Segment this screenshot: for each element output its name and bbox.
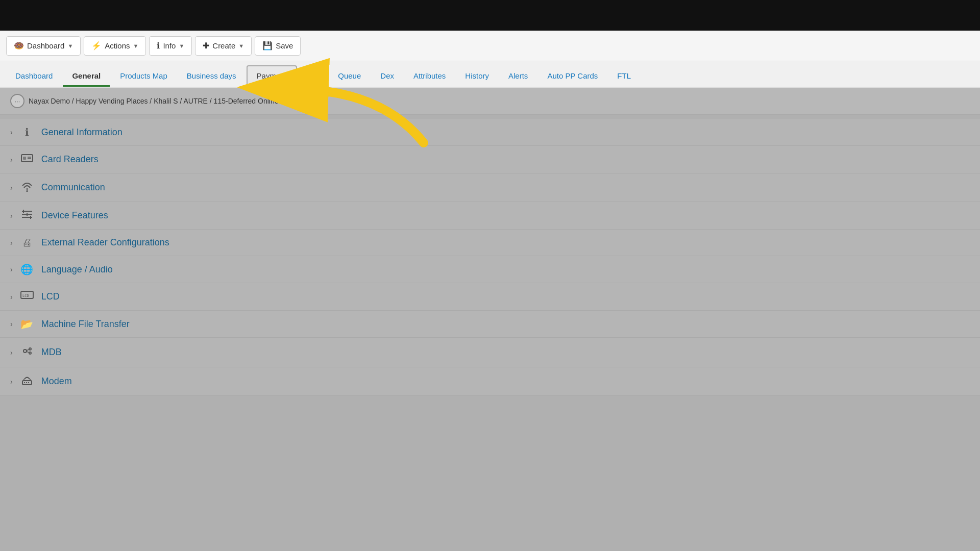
create-label: Create [212,41,235,50]
section-card-readers-label: Card Readers [41,154,99,165]
chevron-icon: › [10,293,13,301]
dashboard-button[interactable]: 🍩 Dashboard ▼ [6,36,81,56]
tab-auto-pp-cards[interactable]: Auto PP Cards [538,66,607,87]
section-mdb[interactable]: › MDB [0,338,980,367]
tab-products-map[interactable]: Products Map [111,66,177,87]
svg-line-18 [27,352,29,353]
tab-k[interactable]: K... [298,66,328,87]
tab-dex[interactable]: Dex [371,66,403,87]
section-mdb-label: MDB [41,347,62,358]
section-general-information[interactable]: › ℹ General Information [0,119,980,146]
tab-history[interactable]: History [456,66,498,87]
info-icon: ℹ [157,41,160,51]
svg-point-14 [23,349,27,353]
card-readers-icon [20,153,34,166]
tab-ftl[interactable]: FTL [608,66,640,87]
dashboard-label: Dashboard [27,41,64,50]
section-communication-label: Communication [41,182,105,193]
section-modem[interactable]: › Modem [0,367,980,396]
tab-business-days[interactable]: Business days [178,66,246,87]
section-list: › ℹ General Information › Card Readers [0,115,980,400]
actions-button[interactable]: ⚡ Actions ▼ [84,36,146,56]
section-general-information-label: General Information [41,127,122,138]
chevron-icon: › [10,378,13,386]
toolbar: 🍩 Dashboard ▼ ⚡ Actions ▼ ℹ Info ▼ ✚ Cre… [0,31,980,61]
actions-label: Actions [105,41,130,50]
content-area: ··· Nayax Demo / Happy Vending Places / … [0,88,980,551]
section-external-reader-configurations[interactable]: › 🖨 External Reader Configurations [0,230,980,256]
section-card-readers[interactable]: › Card Readers [0,146,980,173]
external-reader-configurations-icon: 🖨 [20,237,34,248]
svg-rect-1 [23,157,26,160]
mdb-icon [20,345,34,360]
chevron-icon: › [10,156,13,164]
svg-point-5 [26,191,28,192]
create-button[interactable]: ✚ Create ▼ [195,36,252,56]
svg-point-15 [29,348,31,350]
chevron-icon: › [10,320,13,328]
save-button[interactable]: 💾 Save [255,36,301,56]
actions-dropdown-arrow: ▼ [133,43,138,49]
dashboard-icon: 🍩 [14,41,24,51]
save-icon: 💾 [262,41,273,51]
section-device-features[interactable]: › Device Features [0,202,980,230]
section-language-audio[interactable]: › 🌐 Language / Audio [0,256,980,283]
top-black-bar [0,0,980,31]
section-language-audio-label: Language / Audio [41,264,113,275]
tab-attributes[interactable]: Attributes [404,66,455,87]
tabs-bar: Dashboard General Products Map Business … [0,61,980,88]
info-button[interactable]: ℹ Info ▼ [149,36,192,56]
section-machine-file-transfer[interactable]: › 📂 Machine File Transfer [0,311,980,338]
language-audio-icon: 🌐 [20,263,34,276]
section-lcd[interactable]: › LCD LCD [0,283,980,311]
chevron-icon: › [10,184,13,192]
svg-line-17 [27,349,29,350]
save-label: Save [276,41,293,50]
communication-icon [20,181,34,194]
tab-payment[interactable]: Payment [247,65,297,87]
section-lcd-label: LCD [41,291,60,302]
svg-text:LCD: LCD [22,294,29,298]
svg-point-16 [29,352,31,354]
section-device-features-label: Device Features [41,210,108,221]
breadcrumb: ··· Nayax Demo / Happy Vending Places / … [0,88,980,115]
create-icon: ✚ [203,41,209,51]
modem-icon [20,374,34,388]
chevron-icon: › [10,128,13,136]
general-information-icon: ℹ [20,126,34,138]
actions-icon: ⚡ [91,41,102,51]
create-dropdown-arrow: ▼ [238,43,244,49]
dashboard-dropdown-arrow: ▼ [67,43,73,49]
chevron-icon: › [10,239,13,247]
info-label: Info [163,41,176,50]
breadcrumb-text: Nayax Demo / Happy Vending Places / Khal… [29,97,319,105]
machine-file-transfer-icon: 📂 [20,318,34,330]
chevron-icon: › [10,348,13,357]
section-modem-label: Modem [41,376,72,387]
tab-dashboard[interactable]: Dashboard [6,66,62,87]
info-dropdown-arrow: ▼ [179,43,184,49]
section-external-reader-configurations-label: External Reader Configurations [41,237,169,248]
device-features-icon [20,209,34,222]
section-machine-file-transfer-label: Machine File Transfer [41,319,130,330]
chevron-icon: › [10,265,13,273]
lcd-icon: LCD [20,290,34,303]
breadcrumb-icon[interactable]: ··· [10,94,24,108]
tab-queue[interactable]: Queue [329,66,370,87]
tab-alerts[interactable]: Alerts [499,66,537,87]
chevron-icon: › [10,212,13,220]
section-communication[interactable]: › Communication [0,173,980,202]
tab-general[interactable]: General [63,66,110,87]
